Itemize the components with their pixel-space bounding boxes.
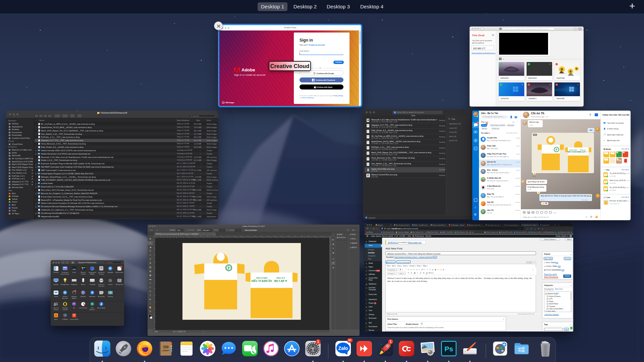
svg-text:Thuốc trị ố:: Thuốc trị ố:: [276, 277, 285, 279]
svg-text:Thuốc trị ố:: Thuốc trị ố:: [580, 149, 586, 151]
svg-text:BỌ CẠP ⚘: BỌ CẠP ⚘: [579, 151, 587, 153]
svg-text:Thuốc trị bệnh: Thuốc trị bệnh: [256, 277, 267, 279]
svg-text:SIÊU VI KHUẨN: SIÊU VI KHUẨN: [568, 150, 579, 153]
svg-text:P: P: [556, 148, 557, 151]
svg-text:BỌ CẠP ⚘: BỌ CẠP ⚘: [274, 280, 287, 283]
svg-text:Thuốc trị bệnh: Thuốc trị bệnh: [570, 149, 577, 151]
svg-text:Ps: Ps: [444, 345, 453, 353]
svg-text:P: P: [228, 266, 230, 270]
svg-text:Zalo: Zalo: [338, 346, 348, 351]
svg-text:SIÊU VI KHUẨN: SIÊU VI KHUẨN: [251, 279, 272, 283]
